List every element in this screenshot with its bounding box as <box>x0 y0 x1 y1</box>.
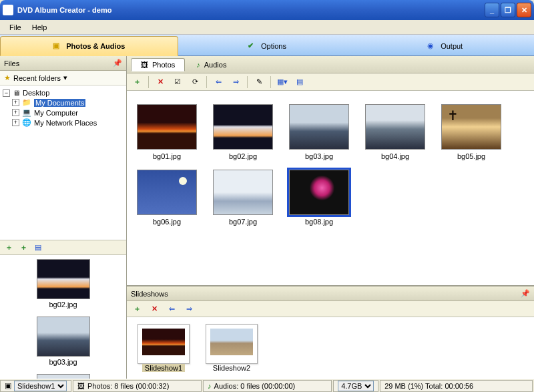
slideshow-item[interactable]: Slideshow1 <box>138 324 190 372</box>
thumbnail-image <box>213 170 273 215</box>
left-preview-list[interactable]: bg02.jpg bg03.jpg bg04.jpg <box>0 255 126 379</box>
app-icon <box>3 5 13 15</box>
slideshow-list: Slideshow1 Slideshow2 <box>127 317 534 379</box>
tab-label: Output <box>441 42 463 50</box>
prev-button[interactable]: ⇐ <box>166 303 178 315</box>
computer-icon: 💻 <box>22 108 31 117</box>
folder-icon: ▣ <box>53 41 62 51</box>
subtab-photos[interactable]: 🖼 Photos <box>131 58 185 71</box>
status-usage: 29 MB (1%) Total: 00:00:56 <box>380 380 533 392</box>
status-slideshow-select[interactable]: ▣ Slideshow1 <box>0 380 71 392</box>
add-all-button[interactable]: ＋ <box>17 242 29 254</box>
star-icon: ★ <box>4 73 11 82</box>
size-dropdown[interactable]: 4.7GB <box>338 381 374 391</box>
separator <box>206 76 207 88</box>
move-right-button[interactable]: ⇒ <box>230 76 242 88</box>
sub-tabs: 🖼 Photos ♪ Audios <box>127 56 534 73</box>
preview-thumb <box>37 374 90 379</box>
view-list-button[interactable]: ▤ <box>294 76 306 88</box>
minimize-button[interactable]: _ <box>485 3 499 17</box>
thumbnail-item[interactable]: bg01.jpg <box>136 104 198 160</box>
thumbnail-item[interactable]: bg05.jpg <box>441 104 502 160</box>
slideshows-panel: Slideshows 📌 ＋ ✕ ⇐ ⇒ Slideshow1 Slidesho… <box>127 285 534 379</box>
add-slideshow-button[interactable]: ＋ <box>131 303 143 315</box>
tree-desktop[interactable]: − 🖥 Desktop <box>3 88 123 97</box>
expand-icon[interactable]: + <box>12 119 19 126</box>
pin-icon[interactable]: 📌 <box>113 59 122 67</box>
note-icon: ♪ <box>196 61 200 69</box>
thumbnail-image <box>213 104 273 150</box>
photo-icon: 🖼 <box>77 382 85 390</box>
menubar: File Help <box>0 20 534 35</box>
thumbnail-label: bg02.jpg <box>229 152 257 160</box>
thumbnail-label: bg06.jpg <box>153 218 181 226</box>
tree-my-documents[interactable]: + 📁 My Documents <box>12 97 123 108</box>
thumbnail-image <box>137 170 197 215</box>
expand-icon[interactable]: + <box>12 109 19 116</box>
slideshow-toolbar: ＋ ✕ ⇐ ⇒ <box>127 301 534 317</box>
select-all-button[interactable]: ☑ <box>172 76 184 88</box>
menu-file[interactable]: File <box>4 22 27 33</box>
tree-my-computer[interactable]: + 💻 My Computer <box>12 108 123 118</box>
thumbnail-item[interactable]: bg02.jpg <box>212 104 274 160</box>
expand-icon[interactable]: + <box>12 99 19 106</box>
thumbnail-image <box>365 104 425 150</box>
slideshow-item[interactable]: Slideshow2 <box>206 324 258 372</box>
subtab-audios[interactable]: ♪ Audios <box>186 58 236 71</box>
menu-help[interactable]: Help <box>27 22 53 33</box>
tab-output[interactable]: ◉ Output <box>356 37 534 55</box>
thumbnail-label: bg01.jpg <box>153 152 181 160</box>
preview-item[interactable]: bg04.jpg <box>0 370 126 379</box>
photo-icon: 🖼 <box>141 61 148 69</box>
tree-label: My Documents <box>34 99 85 107</box>
delete-button[interactable]: ✕ <box>154 76 166 88</box>
add-button[interactable]: ＋ <box>3 242 15 254</box>
dropdown-icon: ▾ <box>63 73 67 82</box>
separator <box>148 76 149 88</box>
folder-icon: 📁 <box>22 98 31 107</box>
slideshow-thumb <box>206 324 258 364</box>
thumbnail-image <box>289 104 349 150</box>
tab-label: Options <box>261 42 286 50</box>
thumbnail-item[interactable]: bg08.jpg <box>288 170 350 226</box>
view-thumb-button[interactable]: ▦▾ <box>276 76 288 88</box>
titlebar: DVD Album Creator - demo _ ❐ ✕ <box>0 0 534 20</box>
thumbnail-image <box>137 104 197 150</box>
subtab-label: Photos <box>152 61 175 69</box>
thumbnail-label: bg03.jpg <box>305 152 333 160</box>
close-button[interactable]: ✕ <box>517 3 531 17</box>
pin-icon[interactable]: 📌 <box>521 289 530 298</box>
preview-item[interactable]: bg03.jpg <box>0 313 126 370</box>
next-button[interactable]: ⇒ <box>183 303 195 315</box>
move-left-button[interactable]: ⇐ <box>212 76 224 88</box>
thumbnail-label: bg04.jpg <box>381 152 409 160</box>
delete-slideshow-button[interactable]: ✕ <box>148 303 160 315</box>
maximize-button[interactable]: ❐ <box>501 3 515 17</box>
slideshow-dropdown[interactable]: Slideshow1 <box>14 381 67 391</box>
tree-label: My Network Places <box>34 119 97 127</box>
recent-folders-bar[interactable]: ★ Recent folders ▾ <box>0 71 126 85</box>
check-icon: ✔ <box>248 41 257 51</box>
tab-photos-audios[interactable]: ▣ Photos & Audios <box>0 36 178 56</box>
add-photo-button[interactable]: ＋ <box>131 76 143 88</box>
list-button[interactable]: ▤ <box>32 242 44 254</box>
thumbnail-item[interactable]: bg03.jpg <box>288 104 350 160</box>
note-icon: ♪ <box>208 382 212 390</box>
preview-item[interactable]: bg02.jpg <box>0 255 126 313</box>
desktop-icon: 🖥 <box>13 89 20 97</box>
recent-label: Recent folders <box>13 74 61 82</box>
photo-toolbar: ＋ ✕ ☑ ⟳ ⇐ ⇒ ✎ ▦▾ ▤ <box>127 73 534 91</box>
thumbnail-item[interactable]: bg06.jpg <box>136 170 198 226</box>
tab-options[interactable]: ✔ Options <box>178 37 356 55</box>
thumbnail-item[interactable]: bg07.jpg <box>212 170 274 226</box>
disc-icon: ◉ <box>427 41 437 51</box>
edit-button[interactable]: ✎ <box>253 76 265 88</box>
tree-my-network[interactable]: + 🌐 My Network Places <box>12 118 123 128</box>
status-photos: 🖼 Photos: 8 files (00:00:32) <box>73 380 202 392</box>
preview-label: bg02.jpg <box>49 301 77 309</box>
status-size-select[interactable]: 4.7GB <box>333 380 378 392</box>
status-audios: ♪ Audios: 0 files (00:00:00) <box>203 380 332 392</box>
collapse-icon[interactable]: − <box>3 89 10 97</box>
rotate-button[interactable]: ⟳ <box>189 76 201 88</box>
thumbnail-item[interactable]: bg04.jpg <box>364 104 426 160</box>
